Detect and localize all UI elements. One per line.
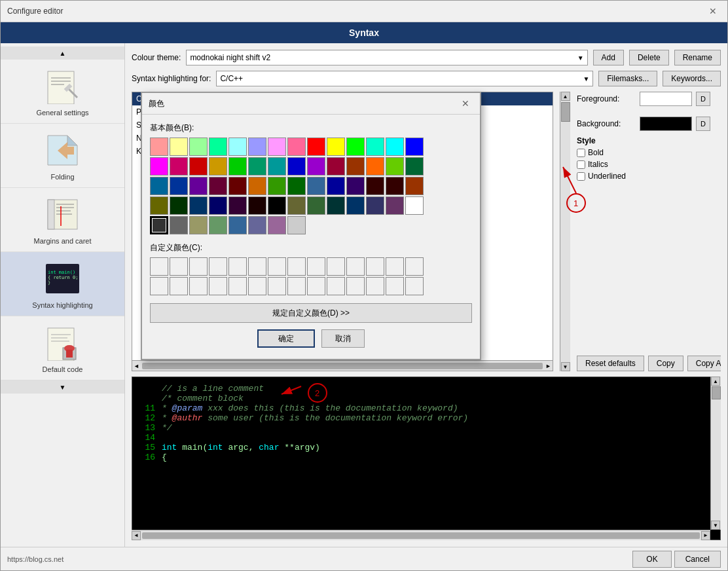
basic-color-cell-3[interactable] bbox=[209, 138, 227, 156]
custom-color-cell-6[interactable] bbox=[268, 257, 286, 276]
sidebar-scroll-down[interactable]: ▼ bbox=[1, 380, 124, 394]
scroll-up-arrow[interactable]: ▲ bbox=[561, 92, 570, 101]
basic-color-cell-21[interactable] bbox=[287, 157, 306, 175]
basic-color-cell-28[interactable] bbox=[150, 177, 168, 195]
custom-color-cell-19[interactable] bbox=[248, 277, 266, 295]
basic-color-cell-31[interactable] bbox=[209, 177, 227, 195]
custom-color-cell-14[interactable] bbox=[150, 277, 168, 295]
basic-color-cell-10[interactable] bbox=[346, 138, 365, 156]
basic-color-cell-44[interactable] bbox=[189, 196, 208, 215]
define-custom-colors-button[interactable]: 规定自定义颜色(D) >> bbox=[150, 303, 472, 323]
basic-color-cell-13[interactable] bbox=[405, 138, 424, 156]
basic-color-cell-27[interactable] bbox=[405, 157, 424, 175]
custom-color-cell-24[interactable] bbox=[346, 277, 365, 295]
custom-color-cell-26[interactable] bbox=[386, 277, 404, 295]
sidebar-item-general-settings[interactable]: General settings bbox=[1, 60, 124, 124]
foreground-d-button[interactable]: D bbox=[696, 92, 710, 106]
custom-color-cell-13[interactable] bbox=[405, 257, 424, 276]
custom-color-cell-12[interactable] bbox=[386, 257, 404, 276]
custom-color-cell-22[interactable] bbox=[307, 277, 325, 295]
ok-button[interactable]: OK bbox=[632, 551, 671, 568]
basic-color-cell-7[interactable] bbox=[287, 138, 306, 156]
basic-color-cell-60[interactable] bbox=[228, 216, 247, 234]
basic-color-cell-33[interactable] bbox=[248, 177, 266, 195]
dialog-ok-button[interactable]: 确定 bbox=[257, 329, 315, 348]
preview-h-scrollbar[interactable]: ◄ ► bbox=[132, 530, 710, 540]
copy-all-button[interactable]: Copy All bbox=[687, 356, 721, 371]
custom-color-cell-4[interactable] bbox=[228, 257, 247, 276]
list-scroll-right[interactable]: ► bbox=[545, 363, 551, 369]
basic-color-cell-25[interactable] bbox=[366, 157, 384, 175]
syntax-for-combo[interactable]: C/C++ ▼ bbox=[216, 71, 593, 86]
basic-color-cell-16[interactable] bbox=[189, 157, 208, 175]
basic-color-cell-8[interactable] bbox=[307, 138, 325, 156]
rename-button[interactable]: Rename bbox=[674, 50, 721, 65]
basic-color-cell-42[interactable] bbox=[150, 196, 168, 215]
basic-color-cell-20[interactable] bbox=[268, 157, 286, 175]
window-close-button[interactable]: ✕ bbox=[705, 5, 721, 18]
sidebar-item-margins-caret[interactable]: Margins and caret bbox=[1, 188, 124, 252]
basic-color-cell-48[interactable] bbox=[268, 196, 286, 215]
custom-color-cell-16[interactable] bbox=[189, 277, 208, 295]
basic-color-cell-59[interactable] bbox=[209, 216, 227, 234]
basic-color-cell-19[interactable] bbox=[248, 157, 266, 175]
preview-scrollbar[interactable]: ▲ ▼ bbox=[710, 377, 721, 530]
basic-color-cell-14[interactable] bbox=[150, 157, 168, 175]
preview-scroll-right[interactable]: ► bbox=[701, 531, 710, 540]
custom-color-cell-25[interactable] bbox=[366, 277, 384, 295]
custom-color-cell-8[interactable] bbox=[307, 257, 325, 276]
basic-color-cell-57[interactable] bbox=[170, 216, 188, 234]
basic-color-cell-2[interactable] bbox=[189, 138, 208, 156]
basic-color-cell-43[interactable] bbox=[170, 196, 188, 215]
basic-color-cell-37[interactable] bbox=[327, 177, 345, 195]
basic-color-cell-4[interactable] bbox=[228, 138, 247, 156]
custom-color-cell-5[interactable] bbox=[248, 257, 266, 276]
sidebar-item-syntax-highlighting[interactable]: int main() { return 0; } Syntax highligh… bbox=[1, 252, 124, 316]
filemasks-button[interactable]: Filemasks... bbox=[598, 71, 657, 86]
custom-color-cell-15[interactable] bbox=[170, 277, 188, 295]
basic-color-cell-18[interactable] bbox=[228, 157, 247, 175]
scroll-thumb[interactable] bbox=[561, 102, 570, 122]
sidebar-item-default-code[interactable]: Default code bbox=[1, 316, 124, 380]
basic-color-cell-58[interactable] bbox=[189, 216, 208, 234]
basic-color-cell-26[interactable] bbox=[386, 157, 404, 175]
basic-color-cell-41[interactable] bbox=[405, 177, 424, 195]
basic-color-cell-52[interactable] bbox=[346, 196, 365, 215]
basic-color-cell-62[interactable] bbox=[268, 216, 286, 234]
custom-color-cell-3[interactable] bbox=[209, 257, 227, 276]
preview-scroll-up[interactable]: ▲ bbox=[711, 377, 720, 386]
preview-h-thumb[interactable] bbox=[142, 532, 700, 539]
basic-color-cell-47[interactable] bbox=[248, 196, 266, 215]
basic-color-cell-23[interactable] bbox=[327, 157, 345, 175]
copy-button[interactable]: Copy bbox=[648, 356, 683, 371]
list-scrollbar[interactable]: ▲ ▼ bbox=[560, 92, 570, 371]
basic-color-cell-34[interactable] bbox=[268, 177, 286, 195]
basic-color-cell-46[interactable] bbox=[228, 196, 247, 215]
sidebar-item-folding[interactable]: Folding bbox=[1, 124, 124, 188]
background-swatch[interactable] bbox=[640, 117, 692, 131]
custom-color-cell-21[interactable] bbox=[287, 277, 306, 295]
italics-checkbox[interactable] bbox=[577, 160, 585, 169]
underlined-checkbox[interactable] bbox=[577, 172, 585, 181]
basic-color-cell-61[interactable] bbox=[248, 216, 266, 234]
sidebar-scroll-up[interactable]: ▲ bbox=[1, 46, 124, 60]
custom-color-cell-10[interactable] bbox=[346, 257, 365, 276]
basic-color-cell-29[interactable] bbox=[170, 177, 188, 195]
basic-color-cell-17[interactable] bbox=[209, 157, 227, 175]
basic-color-cell-63[interactable] bbox=[287, 216, 306, 234]
reset-defaults-button[interactable]: Reset defaults bbox=[577, 356, 644, 371]
dialog-cancel-button[interactable]: 取消 bbox=[321, 329, 365, 348]
basic-color-cell-50[interactable] bbox=[307, 196, 325, 215]
basic-color-cell-0[interactable] bbox=[150, 138, 168, 156]
custom-color-cell-18[interactable] bbox=[228, 277, 247, 295]
basic-color-cell-32[interactable] bbox=[228, 177, 247, 195]
basic-color-cell-5[interactable] bbox=[248, 138, 266, 156]
basic-color-cell-22[interactable] bbox=[307, 157, 325, 175]
basic-color-cell-54[interactable] bbox=[386, 196, 404, 215]
preview-scroll-left[interactable]: ◄ bbox=[132, 531, 141, 540]
custom-color-cell-23[interactable] bbox=[327, 277, 345, 295]
background-d-button[interactable]: D bbox=[696, 117, 710, 131]
custom-color-cell-9[interactable] bbox=[327, 257, 345, 276]
basic-color-cell-1[interactable] bbox=[170, 138, 188, 156]
basic-color-cell-15[interactable] bbox=[170, 157, 188, 175]
